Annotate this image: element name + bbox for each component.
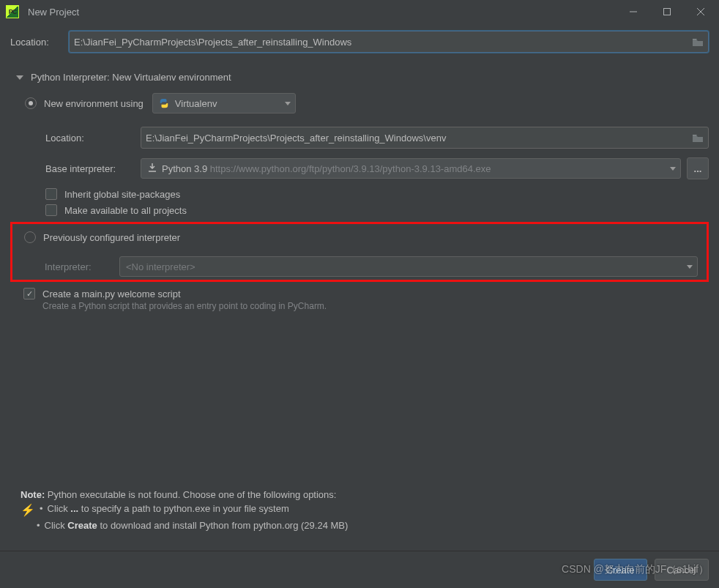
svg-rect-1 [664, 9, 671, 15]
chevron-down-icon [670, 167, 676, 171]
new-environment-label: New environment using [44, 98, 144, 109]
bolt-icon: ⚡ [21, 503, 35, 517]
chevron-down-icon [285, 102, 291, 105]
maximize-button[interactable] [650, 0, 684, 23]
window-title: New Project [28, 7, 79, 18]
venv-location-input[interactable]: E:\JianFei_PyCharmProjects\Projects_afte… [141, 127, 709, 149]
venv-location-label: Location: [45, 133, 141, 144]
base-interpreter-hint: https://www.python.org/ftp/python/3.9.13… [210, 163, 664, 174]
chevron-down-icon [16, 75, 23, 80]
note-text: Python executable is not found. Choose o… [48, 489, 337, 500]
pycharm-logo-icon: PC [6, 5, 19, 18]
note-prefix: Note: [21, 489, 45, 500]
make-available-checkbox[interactable] [45, 204, 57, 216]
base-interpreter-label: Base interpreter: [45, 163, 141, 174]
welcome-script-checkbox[interactable] [23, 288, 35, 299]
base-interpreter-dropdown[interactable]: Python 3.9 https://www.python.org/ftp/py… [141, 158, 681, 179]
cancel-button[interactable]: Cancel [655, 559, 709, 581]
download-icon [147, 163, 157, 175]
folder-browse-icon[interactable] [692, 133, 704, 143]
minimize-button[interactable] [616, 0, 650, 23]
inherit-packages-checkbox[interactable] [45, 188, 57, 200]
location-label: Location: [10, 37, 69, 48]
python-icon [159, 98, 169, 108]
create-button[interactable]: Create [594, 559, 647, 581]
interpreter-label: Interpreter: [45, 261, 119, 272]
browse-interpreter-button[interactable]: ... [687, 157, 709, 179]
environment-type-value: Virtualenv [175, 98, 279, 109]
chevron-down-icon [687, 265, 693, 269]
note-block: Note: Python executable is not found. Ch… [21, 489, 704, 531]
close-button[interactable] [684, 0, 718, 23]
venv-location-value: E:\JianFei_PyCharmProjects\Projects_afte… [146, 133, 688, 144]
previously-configured-radio[interactable] [24, 231, 36, 243]
folder-browse-icon[interactable] [692, 37, 704, 47]
welcome-script-description: Create a Python script that provides an … [42, 301, 709, 311]
python-interpreter-header-text: Python Interpreter: New Virtualenv envir… [31, 72, 231, 83]
previously-configured-label: Previously configured interpreter [43, 232, 180, 243]
environment-type-dropdown[interactable]: Virtualenv [152, 93, 296, 113]
base-interpreter-value: Python 3.9 [162, 163, 207, 174]
interpreter-value: <No interpreter> [126, 261, 681, 272]
project-location-input[interactable]: E:\JianFei_PyCharmProjects\Projects_afte… [69, 31, 709, 53]
interpreter-dropdown[interactable]: <No interpreter> [119, 256, 698, 277]
new-environment-radio[interactable] [25, 97, 37, 109]
make-available-label: Make available to all projects [64, 205, 187, 216]
python-interpreter-header[interactable]: Python Interpreter: New Virtualenv envir… [16, 72, 709, 83]
inherit-packages-label: Inherit global site-packages [64, 189, 180, 200]
previously-configured-highlight: Previously configured interpreter Interp… [10, 222, 709, 282]
project-location-value: E:\JianFei_PyCharmProjects\Projects_afte… [74, 37, 688, 48]
welcome-script-label: Create a main.py welcome script [42, 289, 181, 299]
